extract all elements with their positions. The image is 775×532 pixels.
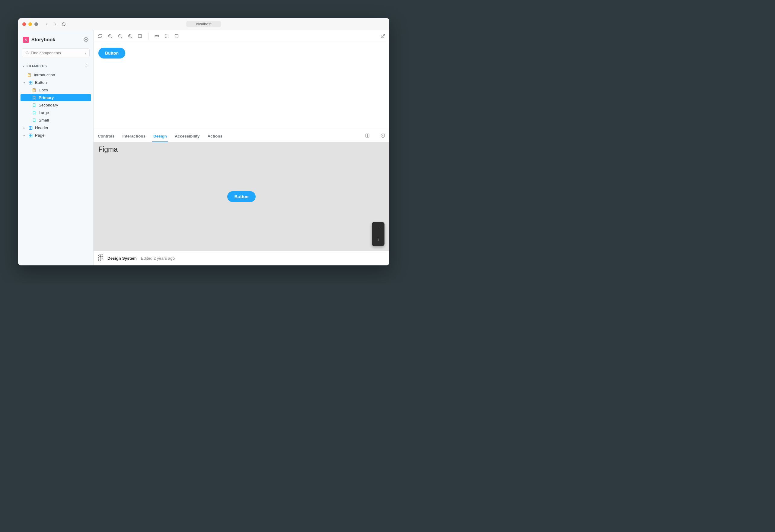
svg-point-37 [168, 34, 168, 35]
svg-line-45 [382, 34, 384, 36]
svg-rect-29 [139, 34, 141, 38]
tree-item-label: Header [35, 125, 48, 130]
forward-button[interactable] [53, 22, 57, 26]
sync-icon[interactable] [98, 34, 102, 38]
section-label: EXAMPLES [27, 64, 47, 68]
component-icon [28, 81, 33, 85]
tab-interactions[interactable]: Interactions [122, 130, 146, 142]
tree-item-label: Introduction [34, 73, 55, 77]
reload-button[interactable] [62, 22, 66, 26]
tab-design[interactable]: Design [153, 130, 167, 142]
storybook-logo-mark: S [23, 37, 29, 43]
tree-item-button-docs[interactable]: Docs [21, 86, 91, 94]
figma-canvas[interactable]: Button [94, 142, 389, 251]
search-input[interactable] [31, 51, 85, 55]
document-icon [32, 88, 36, 92]
svg-rect-28 [138, 34, 141, 38]
figma-edited-meta: Edited 2 years ago [141, 256, 175, 261]
svg-point-38 [165, 36, 166, 36]
storybook-logo[interactable]: S Storybook [23, 37, 55, 43]
toolbar-divider [148, 33, 148, 40]
section-examples[interactable]: ▾EXAMPLES [18, 62, 93, 70]
zoom-in-button[interactable]: + [372, 234, 384, 246]
window-close-button[interactable] [22, 22, 26, 26]
sort-icon[interactable] [85, 64, 88, 68]
settings-button[interactable] [84, 37, 88, 43]
url-bar[interactable]: localhost [186, 21, 221, 27]
svg-rect-44 [175, 35, 178, 38]
chevron-right-icon: ▸ [24, 134, 26, 137]
window-minimize-button[interactable] [28, 22, 32, 26]
tree-item-button-primary[interactable]: Primary [21, 94, 91, 101]
addon-close-icon[interactable] [380, 133, 385, 139]
svg-line-25 [121, 37, 122, 38]
svg-point-41 [165, 37, 166, 38]
document-icon [27, 73, 31, 77]
svg-line-2 [28, 53, 28, 54]
tab-controls[interactable]: Controls [98, 130, 115, 142]
tab-accessibility[interactable]: Accessibility [175, 130, 200, 142]
tree-item-button-large[interactable]: Large [21, 109, 91, 116]
measure-icon[interactable] [154, 34, 159, 38]
sidebar-header: S Storybook [18, 34, 93, 46]
open-external-icon[interactable] [380, 34, 385, 38]
preview-canvas: Button [94, 42, 389, 130]
zoom-reset-icon[interactable] [128, 34, 132, 38]
zoom-out-button[interactable]: − [372, 222, 384, 234]
design-panel-title: Figma [98, 145, 118, 154]
tree-item-button-secondary[interactable]: Secondary [21, 101, 91, 109]
chevron-down-icon: ▾ [23, 65, 25, 68]
component-icon [28, 133, 33, 138]
back-button[interactable] [45, 22, 49, 26]
tree-item-page[interactable]: ▸ Page [21, 131, 91, 139]
figma-preview-button: Button [227, 191, 256, 202]
tree-item-introduction[interactable]: Introduction [21, 71, 91, 79]
grid-icon[interactable] [164, 34, 169, 38]
app-body: S Storybook / ▾EXAMPLES [18, 30, 389, 265]
svg-point-40 [168, 36, 168, 36]
zoom-out-icon[interactable] [118, 34, 122, 38]
bookmark-icon [32, 111, 36, 115]
preview-button-primary[interactable]: Button [98, 48, 125, 59]
figma-footer: Design System Edited 2 years ago [94, 251, 389, 265]
component-icon [28, 126, 33, 130]
svg-point-43 [168, 37, 168, 38]
tree-item-label: Page [35, 133, 45, 138]
browser-titlebar: localhost [18, 18, 389, 30]
addon-orientation-icon[interactable] [365, 133, 370, 139]
window-maximize-button[interactable] [34, 22, 38, 26]
tree-item-header[interactable]: ▸ Header [21, 124, 91, 131]
browser-nav [45, 22, 66, 26]
tab-actions[interactable]: Actions [208, 130, 223, 142]
svg-point-0 [85, 39, 87, 40]
tree-item-label: Button [35, 80, 47, 85]
tree-item-label: Primary [39, 95, 54, 100]
addon-tabs: Controls Interactions Design Accessibili… [94, 130, 389, 142]
tree-item-label: Large [39, 110, 49, 115]
bookmark-icon [32, 103, 36, 107]
zoom-controls: − + [372, 222, 384, 246]
tree-item-label: Small [39, 118, 49, 122]
search-icon [25, 50, 29, 55]
zoom-in-icon[interactable] [108, 34, 112, 38]
chevron-right-icon: ▸ [24, 126, 26, 129]
svg-point-35 [165, 34, 166, 35]
tree-item-button-small[interactable]: Small [21, 116, 91, 124]
bookmark-icon [32, 96, 36, 100]
chevron-down-icon: ▾ [24, 81, 26, 84]
search-input-container[interactable]: / [22, 48, 90, 57]
canvas-toolbar [94, 30, 389, 42]
design-panel: Figma Button − + [94, 142, 389, 251]
tree-item-button[interactable]: ▾ Button [21, 79, 91, 86]
tree-item-label: Secondary [39, 103, 58, 107]
svg-point-39 [167, 36, 167, 36]
figma-file-name[interactable]: Design System [107, 256, 137, 261]
browser-window: localhost S Storybook / [18, 18, 389, 265]
figma-logo-icon [98, 255, 103, 262]
tree-item-label: Docs [39, 88, 48, 92]
search-shortcut-hint: / [85, 51, 86, 55]
viewport-icon[interactable] [138, 34, 142, 38]
nav-tree: Introduction ▾ Button Docs [18, 70, 93, 140]
outline-icon[interactable] [174, 34, 179, 38]
svg-line-21 [111, 37, 112, 38]
